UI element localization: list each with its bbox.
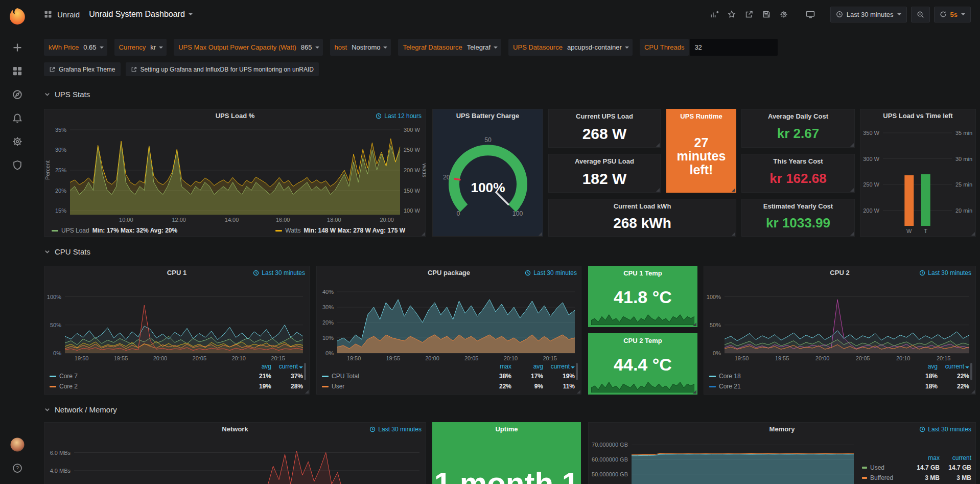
svg-text:19:55: 19:55	[775, 355, 789, 361]
panel-timerange[interactable]: Last 12 hours	[376, 109, 422, 123]
panel-timerange[interactable]: Last 30 minutes	[525, 266, 577, 280]
help-button[interactable]: ?	[6, 456, 29, 480]
legend-row[interactable]: Core 2 19% 28%	[50, 381, 303, 391]
variable-ups-max-output[interactable]: UPS Max Output Power Capacity (Watt) 865	[174, 39, 322, 56]
stat-title[interactable]: Current UPS Load	[549, 112, 660, 120]
stat-title[interactable]: Estimated Yearly Cost	[742, 202, 854, 210]
time-picker[interactable]: Last 30 minutes	[830, 7, 907, 22]
legend-sort-avg[interactable]: avg	[511, 363, 543, 370]
cycle-view-button[interactable]	[804, 8, 817, 21]
refresh-picker[interactable]: 5s	[934, 7, 971, 22]
svg-text:60.000000 GB: 60.000000 GB	[592, 456, 628, 463]
breadcrumb-app[interactable]: Unraid	[57, 10, 80, 19]
svg-text:19:55: 19:55	[386, 355, 401, 361]
legend-row[interactable]: CPU Total 38% 17% 19%	[322, 371, 575, 381]
legend-row[interactable]: User 22% 9% 11%	[322, 381, 575, 391]
zoom-out-button[interactable]	[911, 7, 930, 22]
svg-text:200 W: 200 W	[863, 208, 879, 214]
variable-currency[interactable]: Currency kr	[114, 39, 167, 56]
legend-row[interactable]: Core 18 18% 22%	[709, 371, 969, 381]
network-chart[interactable]: 2.0 MBs4.0 MBs6.0 MBs	[44, 436, 426, 484]
dashboards-button[interactable]	[6, 59, 29, 83]
server-admin-button[interactable]	[6, 153, 29, 177]
ups-load-chart[interactable]: 15%20%25%30%35%100 W150 W200 W250 W300 W…	[44, 123, 426, 224]
legend-sort-max[interactable]: max	[480, 363, 511, 370]
explore-button[interactable]	[6, 83, 29, 106]
legend-scrollbar[interactable]	[970, 363, 972, 380]
panel-title[interactable]: Uptime	[433, 423, 580, 436]
ups-vs-time-chart[interactable]: 200 W250 W300 W350 W20 min25 min30 min35…	[860, 123, 975, 236]
legend-sort-max[interactable]: max	[908, 454, 940, 462]
share-button[interactable]	[742, 8, 756, 21]
star-button[interactable]	[725, 8, 738, 21]
legend-scrollbar[interactable]	[304, 363, 306, 380]
panel-title[interactable]: CPU 2 Last 30 minutes	[704, 266, 975, 280]
panel-cpu-package: CPU package Last 30 minutes 0%10%20%30%4…	[316, 266, 581, 395]
dashboard-settings-button[interactable]	[777, 8, 790, 21]
cpu1-chart[interactable]: 0%50%100%19:5019:5520:0020:0520:1020:15	[44, 280, 309, 362]
cpu-package-chart[interactable]: 0%10%20%30%40%19:5019:5520:0020:0520:102…	[317, 280, 581, 362]
panel-title[interactable]: CPU 1 Last 30 minutes	[44, 266, 309, 280]
dashboard-title[interactable]: Unraid System Dashboard	[89, 10, 193, 19]
legend-row[interactable]: Used 14.7 GB 14.7 GB	[862, 463, 971, 473]
variable-ups-datasource[interactable]: UPS Datasource apcupsd-container	[508, 39, 633, 56]
user-avatar[interactable]	[6, 433, 29, 456]
legend-row[interactable]: Core 7 21% 37%	[50, 371, 303, 381]
link-grafana-plex-theme[interactable]: Grafana Plex Theme	[44, 62, 121, 76]
legend-row[interactable]: Buffered 3 MB 3 MB	[862, 473, 971, 483]
alerting-button[interactable]	[6, 106, 29, 130]
stat-title[interactable]: This Years Cost	[742, 157, 854, 165]
panel-title[interactable]: Network Last 30 minutes	[44, 423, 426, 436]
section-cpu-stats[interactable]: CPU Stats	[44, 247, 90, 256]
legend-sort-current[interactable]: current	[938, 363, 969, 370]
stat-title[interactable]: CPU 1 Temp	[589, 269, 697, 277]
svg-text:20:00: 20:00	[153, 355, 168, 361]
panel-title[interactable]: Memory Last 30 minutes	[589, 423, 975, 436]
legend-item[interactable]: UPS Load Min: 17% Max: 32% Avg: 20%	[52, 227, 177, 234]
legend-sort-current[interactable]: current	[940, 454, 971, 462]
variable-host[interactable]: host Nostromo	[330, 39, 391, 56]
panel-title[interactable]: UPS Load % Last 12 hours	[44, 109, 426, 123]
svg-text:20:10: 20:10	[504, 355, 518, 361]
svg-text:50: 50	[484, 136, 492, 144]
stat-title[interactable]: Average PSU Load	[549, 157, 660, 165]
breadcrumb[interactable]: Unraid Unraid System Dashboard	[44, 10, 193, 19]
stat-title[interactable]: UPS Runtime	[667, 112, 736, 120]
memory-chart[interactable]: 50.000000 GB60.000000 GB70.000000 GB	[589, 436, 858, 484]
stat-title[interactable]: CPU 2 Temp	[589, 337, 697, 344]
configuration-button[interactable]	[6, 130, 29, 153]
legend-sort-current[interactable]: current	[271, 363, 303, 370]
cpu2-chart[interactable]: 0%50%100%19:5019:5520:0020:0520:1020:15	[704, 280, 975, 362]
variable-kwh-price[interactable]: kWh Price 0.65	[44, 39, 107, 56]
variable-telegraf-datasource[interactable]: Telegraf Datasource Telegraf	[398, 39, 501, 56]
save-button[interactable]	[760, 8, 773, 21]
panel-timerange[interactable]: Last 30 minutes	[919, 423, 971, 436]
svg-text:12:00: 12:00	[172, 217, 186, 223]
panel-title[interactable]: CPU package Last 30 minutes	[317, 266, 581, 280]
stat-title[interactable]: Average Daily Cost	[742, 112, 854, 120]
svg-text:25%: 25%	[55, 167, 66, 173]
section-ups-stats[interactable]: UPS Stats	[44, 90, 90, 99]
svg-text:250 W: 250 W	[863, 181, 879, 188]
legend-item[interactable]: Watts Min: 148 W Max: 278 W Avg: 175 W	[275, 227, 405, 234]
legend-row[interactable]: Core 21 18% 22%	[709, 381, 969, 391]
panel-timerange[interactable]: Last 30 minutes	[369, 423, 422, 436]
panel-timerange[interactable]: Last 30 minutes	[253, 266, 305, 280]
section-network-memory[interactable]: Network / Memory	[44, 405, 117, 414]
link-ups-monitoring-guide[interactable]: Setting up Grafana and InfluxDB for UPS …	[126, 62, 319, 76]
add-panel-button[interactable]	[708, 8, 721, 21]
legend-sort-avg[interactable]: avg	[906, 363, 938, 370]
svg-text:20:00: 20:00	[425, 355, 439, 361]
legend-sort-avg[interactable]: avg	[240, 363, 271, 370]
create-button[interactable]	[6, 36, 29, 59]
battery-gauge[interactable]: 0 20 50 100 100%	[433, 123, 543, 236]
panel-title[interactable]: UPS Battery Charge	[433, 109, 543, 123]
grafana-logo[interactable]	[5, 4, 30, 29]
panel-title[interactable]: UPS Load vs Time left	[860, 109, 975, 123]
cpu-threads-input[interactable]	[690, 39, 778, 56]
chevron-down-icon	[44, 248, 51, 255]
stat-title[interactable]: Current Load kWh	[549, 202, 736, 210]
legend-sort-current[interactable]: current	[543, 363, 575, 370]
panel-timerange[interactable]: Last 30 minutes	[919, 266, 971, 280]
legend-scrollbar[interactable]	[576, 363, 578, 380]
